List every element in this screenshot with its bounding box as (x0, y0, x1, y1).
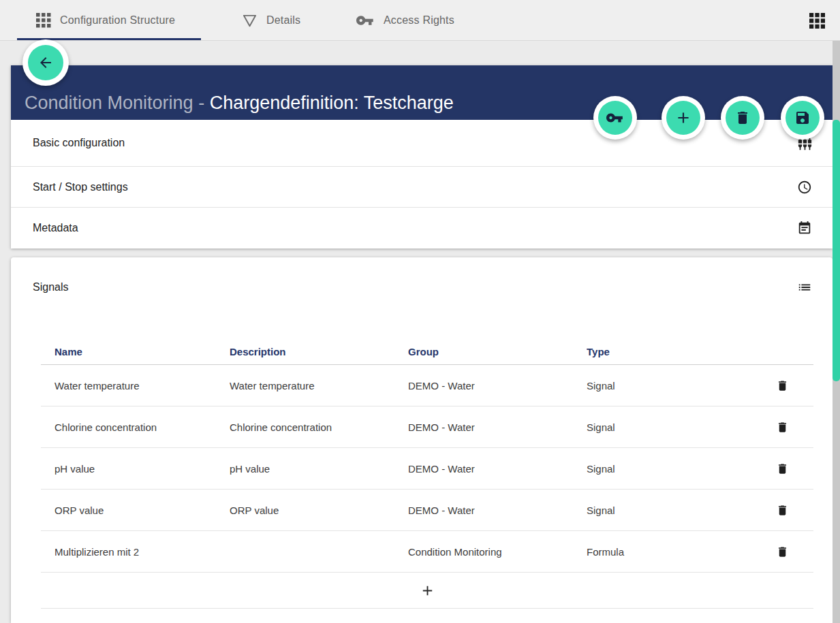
cell-description: ORP value (230, 505, 408, 516)
cell-group: Condition Monitoring (408, 546, 587, 558)
section-label: Basic configuration (33, 137, 125, 149)
signals-card: Signals Name Description Group Type Wate… (11, 257, 833, 623)
cell-name: pH value (41, 463, 230, 475)
table-row: pH value pH value DEMO - Water Signal (41, 448, 813, 490)
plus-icon (674, 109, 692, 127)
list-icon[interactable] (797, 280, 812, 295)
table-row: Water temperature Water temperature DEMO… (41, 365, 813, 406)
cell-name: ORP value (41, 505, 230, 516)
row-delete-button[interactable] (771, 540, 794, 563)
floppy-save-icon (794, 110, 811, 126)
cell-type: Signal (587, 421, 751, 433)
column-header-type: Type (587, 346, 751, 357)
delete-button[interactable] (721, 96, 764, 140)
key-icon (606, 113, 624, 123)
table-row: Chlorine concentration Chlorine concentr… (41, 406, 813, 448)
clock-icon (797, 180, 812, 195)
grid-icon (36, 13, 51, 28)
access-rights-button[interactable] (593, 96, 637, 140)
cell-description: pH value (230, 463, 408, 475)
filter-funnel-icon (242, 13, 258, 29)
add-signal-button[interactable] (415, 578, 439, 603)
cell-name: Water temperature (41, 380, 230, 392)
cell-group: DEMO - Water (408, 463, 587, 475)
cell-type: Formula (587, 546, 751, 558)
trash-icon (734, 110, 751, 126)
table-body: Water temperature Water temperature DEMO… (41, 365, 813, 573)
vertical-scrollbar-track[interactable] (833, 41, 840, 623)
row-delete-button[interactable] (771, 415, 794, 438)
cell-group: DEMO - Water (408, 421, 587, 433)
tab-configuration-structure[interactable]: Configuration Structure (36, 0, 175, 41)
column-header-description: Description (230, 346, 408, 357)
page-title: Condition Monitoring - Chargendefinition… (25, 93, 454, 114)
trash-icon (776, 504, 789, 517)
cell-name: Chlorine concentration (41, 421, 230, 433)
page-header: Condition Monitoring - Chargendefinition… (11, 65, 833, 120)
save-button[interactable] (781, 96, 824, 140)
key-icon (356, 15, 375, 26)
tab-label: Configuration Structure (60, 14, 175, 27)
cell-group: DEMO - Water (408, 505, 587, 516)
page-title-main: Chargendefinition: Testcharge (210, 93, 454, 113)
top-tab-bar: Configuration Structure Details Access R… (0, 0, 840, 41)
cell-group: DEMO - Water (408, 380, 587, 392)
row-delete-button[interactable] (771, 498, 794, 522)
page-title-prefix: Condition Monitoring - (25, 93, 210, 113)
cell-type: Signal (587, 463, 751, 475)
trash-icon (776, 545, 789, 558)
trash-icon (776, 421, 789, 434)
apps-grid-icon[interactable] (809, 13, 825, 29)
configuration-card: Condition Monitoring - Chargendefinition… (11, 65, 833, 249)
plus-icon (420, 583, 435, 598)
trash-icon (776, 462, 789, 475)
table-header-row: Name Description Group Type (41, 338, 813, 365)
add-signal-row (41, 573, 813, 609)
back-button[interactable] (22, 39, 69, 86)
cell-name: Multiplizieren mit 2 (41, 546, 230, 558)
vertical-scrollbar-thumb[interactable] (833, 120, 840, 381)
cell-type: Signal (587, 380, 751, 392)
row-delete-button[interactable] (771, 457, 794, 480)
column-header-name: Name (41, 346, 230, 357)
signals-title: Signals (33, 281, 68, 293)
section-metadata[interactable]: Metadata (11, 208, 833, 249)
section-basic-configuration[interactable]: Basic configuration (11, 120, 833, 167)
cell-description: Water temperature (230, 380, 408, 392)
row-delete-button[interactable] (771, 374, 794, 397)
section-label: Start / Stop settings (33, 181, 128, 193)
arrow-left-icon (37, 54, 54, 71)
tab-details[interactable]: Details (242, 0, 300, 41)
add-button[interactable] (662, 96, 705, 140)
trash-icon (776, 379, 789, 392)
cell-type: Signal (587, 505, 751, 516)
column-header-group: Group (408, 346, 587, 357)
table-row: Multiplizieren mit 2 Condition Monitorin… (41, 531, 813, 573)
calendar-note-icon (797, 221, 812, 236)
cell-description: Chlorine concentration (230, 421, 408, 433)
tab-access-rights[interactable]: Access Rights (356, 0, 454, 41)
section-label: Metadata (33, 222, 78, 234)
tab-label: Details (266, 14, 300, 27)
signals-table: Name Description Group Type Water temper… (41, 338, 813, 609)
tab-label: Access Rights (384, 14, 454, 27)
section-start-stop-settings[interactable]: Start / Stop settings (11, 167, 833, 208)
table-row: ORP value ORP value DEMO - Water Signal (41, 490, 813, 531)
